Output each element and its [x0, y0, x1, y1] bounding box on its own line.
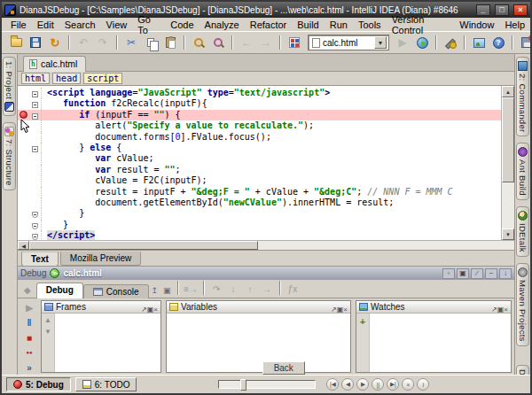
- cut-button[interactable]: ✂: [121, 34, 141, 51]
- code-line[interactable]: }: [18, 208, 501, 219]
- minimize-button[interactable]: _: [476, 4, 490, 16]
- menu-item-run[interactable]: Run: [325, 19, 353, 31]
- back-button[interactable]: ←: [237, 34, 256, 51]
- undo-button[interactable]: ↶: [74, 34, 93, 51]
- run-configuration-combo[interactable]: calc.html▼: [308, 35, 389, 50]
- synchronize-button[interactable]: ↻: [45, 34, 65, 51]
- project-structure-button[interactable]: [469, 34, 489, 51]
- fold-gutter[interactable]: [30, 187, 42, 198]
- rerun-icon[interactable]: ◆: [20, 285, 36, 298]
- code-line[interactable]: <script language="JavaScript" type="text…: [18, 88, 501, 98]
- float-tab-icon[interactable]: ▣: [160, 286, 174, 298]
- fold-gutter[interactable]: [30, 175, 42, 186]
- menu-item-refactor[interactable]: Refactor: [245, 19, 293, 31]
- fold-icon[interactable]: [32, 102, 38, 108]
- float-panel-icon[interactable]: ↗: [491, 306, 497, 314]
- settings-grid-button[interactable]: [285, 34, 304, 51]
- save-all-button[interactable]: [26, 34, 45, 51]
- panel-content-watches[interactable]: [370, 314, 511, 372]
- menu-item-edit[interactable]: Edit: [32, 19, 59, 31]
- horizontal-scroll-thumb[interactable]: [29, 241, 258, 250]
- toolwindow-button-6-todo[interactable]: 6: TODO: [75, 377, 137, 391]
- player-slider-thumb[interactable]: [240, 379, 246, 391]
- more-options-button[interactable]: »: [21, 362, 37, 373]
- close-panel-icon[interactable]: ×: [504, 306, 508, 314]
- fold-gutter[interactable]: [30, 98, 42, 109]
- fold-icon[interactable]: [32, 223, 38, 229]
- step-over-button[interactable]: ↷: [208, 282, 225, 296]
- settings-button[interactable]: [441, 34, 460, 51]
- breakpoint-icon[interactable]: [20, 111, 27, 119]
- code-line[interactable]: cValue = F2C(inputF);: [18, 175, 501, 186]
- fold-gutter[interactable]: [30, 208, 42, 219]
- menu-item-view[interactable]: View: [101, 19, 133, 31]
- fold-gutter[interactable]: [30, 110, 42, 120]
- code-line[interactable]: alert("Specify a value to recalculate.")…: [18, 120, 501, 131]
- fold-icon[interactable]: [32, 212, 38, 218]
- forward-button[interactable]: →: [256, 34, 276, 51]
- dock-tab-7-structure[interactable]: 7: Structure: [3, 122, 16, 190]
- editor-horizontal-scrollbar[interactable]: ◀: [18, 240, 514, 250]
- panel-content-variables[interactable]: [167, 314, 350, 372]
- breakpoint-gutter[interactable]: [18, 165, 30, 175]
- dock-tab-ant-build[interactable]: Ant Build: [516, 143, 529, 200]
- dock-tab-idetalk[interactable]: IDEtalk: [516, 206, 529, 257]
- view-breakpoints-button[interactable]: ●●: [21, 347, 37, 358]
- view-tab-mozilla-preview[interactable]: Mozilla Preview: [60, 252, 141, 266]
- scroll-up-button[interactable]: ▲: [502, 86, 514, 97]
- breakpoint-gutter[interactable]: [18, 175, 30, 186]
- pin-window-icon[interactable]: ⁄: [471, 268, 483, 279]
- fold-icon[interactable]: [32, 146, 38, 152]
- breadcrumb-script[interactable]: script: [83, 73, 122, 84]
- editor-vertical-scrollbar[interactable]: ▲ ▼: [501, 86, 514, 240]
- code-line[interactable]: }: [18, 220, 501, 230]
- breadcrumb-head[interactable]: head: [52, 73, 81, 84]
- view-tab-text[interactable]: Text: [21, 252, 59, 267]
- debug-window-header[interactable]: Debug ≫ calc.html ▫▣⁄−↓: [18, 267, 514, 280]
- close-panel-icon[interactable]: ×: [153, 306, 158, 314]
- menu-item-build[interactable]: Build: [292, 19, 324, 31]
- code-line[interactable]: document.getElementById("newCValue").inn…: [18, 198, 501, 208]
- scroll-track[interactable]: [502, 182, 514, 228]
- code-area[interactable]: <script language="JavaScript" type="text…: [18, 86, 501, 240]
- run-button[interactable]: ▶: [393, 34, 412, 51]
- open-file-button[interactable]: [6, 34, 26, 51]
- minimize-window-icon[interactable]: −: [485, 268, 497, 279]
- pause-button[interactable]: ‖: [21, 317, 37, 328]
- maximize-button[interactable]: □: [495, 4, 509, 16]
- close-button[interactable]: ×: [513, 4, 528, 16]
- fold-gutter[interactable]: [30, 120, 42, 131]
- code-line[interactable]: result = inputF + "&deg;F = " + cValue +…: [18, 187, 501, 198]
- menu-item-code[interactable]: Code: [165, 19, 199, 31]
- player-pause-button[interactable]: ||: [372, 378, 384, 391]
- player-play-button[interactable]: ▶: [356, 378, 369, 391]
- redo-button[interactable]: ↷: [93, 34, 113, 51]
- breakpoint-gutter[interactable]: [18, 98, 30, 109]
- debug-tab-debug[interactable]: Debug: [36, 283, 83, 298]
- paste-button[interactable]: [160, 34, 180, 51]
- player-back-button[interactable]: ◀: [341, 378, 354, 391]
- find-in-path-button[interactable]: [208, 34, 228, 51]
- fold-icon[interactable]: [32, 91, 38, 97]
- fold-gutter[interactable]: [30, 165, 42, 175]
- menu-item-help[interactable]: Help: [499, 19, 530, 31]
- export-settings-button[interactable]: [517, 34, 532, 51]
- code-line[interactable]: </script>: [18, 230, 501, 240]
- player-info-button[interactable]: i: [417, 378, 429, 391]
- show-execution-point-button[interactable]: ≡→: [183, 282, 200, 296]
- fold-gutter[interactable]: [30, 153, 42, 164]
- fold-icon[interactable]: [32, 234, 38, 240]
- fold-gutter[interactable]: [30, 88, 42, 98]
- breakpoint-gutter[interactable]: [18, 187, 30, 198]
- vertical-scroll-thumb[interactable]: [502, 97, 514, 182]
- dock-tab-2-commander[interactable]: 2: Commander: [516, 57, 529, 136]
- player-seek-slider[interactable]: [218, 380, 316, 389]
- stop-button[interactable]: ■: [21, 332, 37, 343]
- player-close-button[interactable]: ×: [402, 378, 414, 391]
- fold-gutter[interactable]: [30, 198, 42, 208]
- next-frame-button[interactable]: ▼: [44, 328, 51, 336]
- scroll-down-button[interactable]: ▼: [502, 228, 514, 240]
- previous-frame-button[interactable]: ▲: [44, 316, 51, 324]
- breakpoint-gutter[interactable]: [18, 220, 30, 230]
- menu-item-window[interactable]: Window: [454, 19, 499, 31]
